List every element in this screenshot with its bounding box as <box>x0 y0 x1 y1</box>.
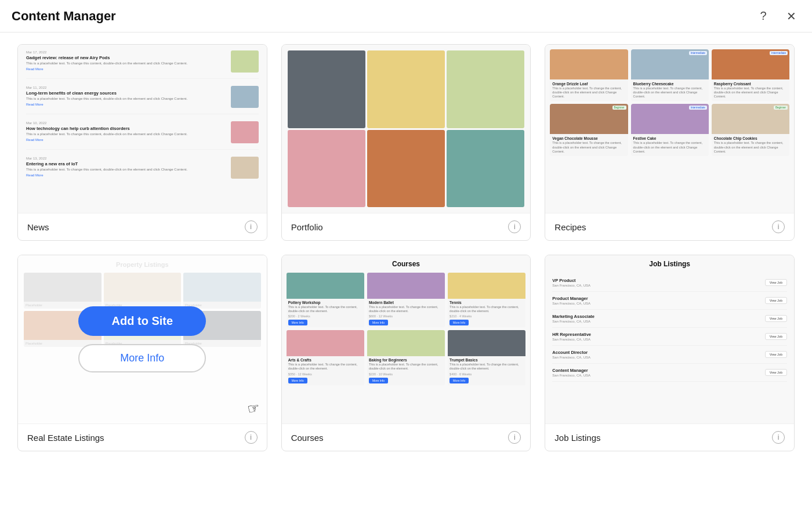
list-item: VP Product San Francisco, CA, USA View J… <box>552 274 787 292</box>
recipe-image <box>550 49 628 79</box>
recipe-desc: This is a placeholder text. To change th… <box>633 141 706 153</box>
portfolio-image <box>288 130 365 208</box>
recipe-badge: Beginner <box>774 106 788 110</box>
courses-preview: Courses Pottery Workshop This is a place… <box>282 255 531 423</box>
cards-grid: Mar 17, 2022 Gadget review: release of n… <box>17 44 795 451</box>
course-button[interactable]: More Info <box>369 378 388 383</box>
jobs-info-icon[interactable]: i <box>772 431 785 444</box>
table-row: Mar 13, 2022 Entering a new era of IoT T… <box>26 157 259 184</box>
card-property-listings: Property Listings Placeholder Placeholde… <box>17 255 267 451</box>
card-courses: Courses Pottery Workshop This is a place… <box>281 255 531 451</box>
property-overlay: Add to Site More Info ☞ <box>18 255 267 423</box>
recipe-name: Chocolate Chip Cookies <box>714 136 787 140</box>
recipe-name: Festive Cake <box>633 136 706 140</box>
close-button[interactable]: ✕ <box>782 7 800 26</box>
view-job-button[interactable]: View Job <box>765 279 787 286</box>
property-label: Real Estate Listings <box>27 433 104 443</box>
recipe-badge: Intermediate <box>770 51 788 55</box>
property-footer: Real Estate Listings i <box>18 423 267 451</box>
recipe-name: Vegan Chocolate Mousse <box>552 136 625 140</box>
view-job-button[interactable]: View Job <box>765 333 787 340</box>
list-item: Marketing Associate San Francisco, CA, U… <box>552 310 787 328</box>
jobs-label: Job Listings <box>554 433 600 443</box>
news-footer: News i <box>18 213 267 240</box>
course-button[interactable]: More Info <box>449 320 469 325</box>
list-item: Account Director San Francisco, CA, USA … <box>552 346 787 364</box>
table-row: Mar 11, 2022 Long-term benefits of clean… <box>26 86 259 114</box>
recipe-card: Intermediate Blueberry Cheesecake This i… <box>631 49 709 101</box>
courses-preview-title: Courses <box>287 260 526 268</box>
course-button[interactable]: More Info <box>288 320 307 325</box>
news-preview: Mar 17, 2022 Gadget review: release of n… <box>18 45 267 213</box>
course-button[interactable]: More Info <box>369 320 388 325</box>
recipe-card: Intermediate Raspberry Croissant This is… <box>712 49 789 101</box>
list-item: Baking for Beginners This is a placehold… <box>367 330 445 385</box>
recipe-desc: This is a placeholder text. To change th… <box>552 141 625 153</box>
recipes-info-icon[interactable]: i <box>772 220 785 233</box>
card-portfolio: Portfolio i <box>281 44 531 241</box>
portfolio-image <box>288 50 365 128</box>
recipe-badge: Intermediate <box>689 106 707 110</box>
recipes-preview: Orange Drizzle Loaf This is a placeholde… <box>545 45 794 213</box>
recipe-card: Intermediate Festive Cake This is a plac… <box>631 104 709 155</box>
news-image <box>231 157 259 179</box>
list-item: HR Representative San Francisco, CA, USA… <box>552 328 787 346</box>
recipe-badge: Intermediate <box>689 51 707 55</box>
courses-footer: Courses i <box>282 423 531 451</box>
recipe-desc: This is a placeholder text. To change th… <box>552 86 625 99</box>
recipe-name: Raspberry Croissant <box>714 82 787 86</box>
portfolio-image <box>367 50 445 128</box>
list-item: Product Manager San Francisco, CA, USA V… <box>552 292 787 310</box>
recipe-desc: This is a placeholder text. To change th… <box>714 86 787 99</box>
view-job-button[interactable]: View Job <box>765 369 787 376</box>
header-actions: ? ✕ <box>754 7 800 26</box>
help-button[interactable]: ? <box>754 7 773 26</box>
add-to-site-button[interactable]: Add to Site <box>78 306 206 336</box>
list-item: Modern Ballet This is a placeholder text… <box>367 273 445 327</box>
recipes-label: Recipes <box>554 222 586 232</box>
courses-info-icon[interactable]: i <box>508 431 521 444</box>
view-job-button[interactable]: View Job <box>765 351 787 358</box>
course-button[interactable]: More Info <box>288 378 307 383</box>
table-row: Mar 10, 2022 How technology can help cur… <box>26 121 259 150</box>
courses-grid: Pottery Workshop This is a placeholder t… <box>287 273 526 385</box>
more-info-button[interactable]: More Info <box>78 344 206 372</box>
view-job-button[interactable]: View Job <box>765 315 787 322</box>
portfolio-image <box>367 130 445 208</box>
portfolio-preview <box>282 45 531 213</box>
table-row: Mar 17, 2022 Gadget review: release of n… <box>26 50 259 79</box>
recipe-card: Orange Drizzle Loaf This is a placeholde… <box>550 49 628 101</box>
portfolio-label: Portfolio <box>291 222 323 232</box>
list-item: Trumpet Basics This is a placeholder tex… <box>448 330 525 385</box>
recipe-desc: This is a placeholder text. To change th… <box>714 141 787 153</box>
course-image <box>287 330 364 356</box>
view-job-button[interactable]: View Job <box>765 297 787 304</box>
jobs-footer: Job Listings i <box>545 423 794 451</box>
recipe-name: Blueberry Cheesecake <box>633 82 706 86</box>
news-label: News <box>27 222 49 232</box>
portfolio-info-icon[interactable]: i <box>508 220 521 233</box>
news-info-icon[interactable]: i <box>245 220 258 233</box>
news-image <box>231 50 259 73</box>
course-image <box>448 330 525 356</box>
recipe-desc: This is a placeholder text. To change th… <box>633 86 706 99</box>
page-title: Content Manager <box>12 9 116 24</box>
portfolio-footer: Portfolio i <box>282 213 531 240</box>
news-image <box>231 121 259 143</box>
list-item: Content Manager San Francisco, CA, USA V… <box>552 364 787 382</box>
property-info-icon[interactable]: i <box>245 431 258 444</box>
course-button[interactable]: More Info <box>449 378 469 383</box>
course-image <box>448 273 525 299</box>
list-item: Arts & Crafts This is a placeholder text… <box>287 330 364 385</box>
card-news: Mar 17, 2022 Gadget review: release of n… <box>17 44 267 241</box>
cursor-icon: ☞ <box>245 399 261 417</box>
portfolio-image <box>447 130 524 208</box>
list-item: Pottery Workshop This is a placeholder t… <box>287 273 364 327</box>
course-image <box>367 273 445 299</box>
content-area: Mar 17, 2022 Gadget review: release of n… <box>0 32 812 514</box>
portfolio-image <box>447 50 524 128</box>
header: Content Manager ? ✕ <box>0 0 812 32</box>
card-recipes: Orange Drizzle Loaf This is a placeholde… <box>545 44 795 241</box>
news-image <box>231 86 259 108</box>
courses-label: Courses <box>291 433 324 443</box>
